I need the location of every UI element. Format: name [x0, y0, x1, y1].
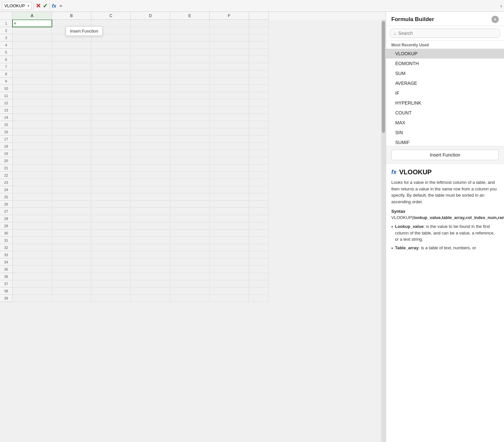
list-item[interactable] [91, 215, 131, 222]
list-item[interactable] [170, 128, 210, 135]
list-item[interactable] [52, 114, 91, 121]
list-item[interactable] [249, 230, 269, 237]
list-item[interactable] [52, 280, 91, 287]
list-item[interactable] [210, 41, 249, 49]
list-item[interactable] [12, 78, 52, 85]
cell-name-box[interactable]: VLOOKUP ▾ [2, 2, 32, 10]
list-item[interactable] [52, 49, 91, 56]
list-item[interactable] [12, 208, 52, 215]
list-item[interactable] [131, 287, 170, 295]
cell-name-dropdown-icon[interactable]: ▾ [28, 4, 29, 8]
list-item[interactable] [91, 99, 131, 107]
list-item[interactable] [131, 172, 170, 179]
list-item[interactable] [91, 128, 131, 135]
list-item[interactable] [91, 201, 131, 208]
list-item[interactable] [210, 63, 249, 70]
list-item[interactable] [131, 34, 170, 41]
spreadsheet-scroll[interactable]: A B C D E F 1=23456789101112131415161718… [0, 12, 386, 442]
list-item[interactable] [249, 244, 269, 251]
list-item[interactable] [170, 186, 210, 193]
list-item[interactable] [131, 85, 170, 92]
list-item[interactable] [131, 179, 170, 186]
list-item[interactable] [249, 164, 269, 172]
list-item[interactable] [91, 237, 131, 244]
list-item[interactable] [91, 222, 131, 230]
list-item[interactable] [91, 70, 131, 78]
list-item[interactable] [210, 135, 249, 143]
list-item[interactable] [12, 63, 52, 70]
function-list-item[interactable]: IF [386, 88, 504, 98]
list-item[interactable] [210, 222, 249, 230]
list-item[interactable] [131, 230, 170, 237]
list-item[interactable] [131, 244, 170, 251]
list-item[interactable] [52, 135, 91, 143]
list-item[interactable] [210, 258, 249, 266]
list-item[interactable] [210, 20, 249, 27]
list-item[interactable] [12, 85, 52, 92]
list-item[interactable] [12, 41, 52, 49]
list-item[interactable] [91, 295, 131, 302]
list-item[interactable] [210, 208, 249, 215]
list-item[interactable] [12, 273, 52, 280]
function-list-item[interactable]: VLOOKUP [386, 49, 504, 59]
list-item[interactable] [170, 201, 210, 208]
list-item[interactable] [170, 85, 210, 92]
list-item[interactable] [91, 49, 131, 56]
list-item[interactable] [91, 121, 131, 128]
list-item[interactable] [249, 92, 269, 99]
list-item[interactable] [12, 230, 52, 237]
list-item[interactable] [249, 85, 269, 92]
list-item[interactable] [91, 280, 131, 287]
formula-builder-search-box[interactable]: ⌕ [390, 29, 500, 38]
list-item[interactable] [210, 121, 249, 128]
list-item[interactable] [210, 157, 249, 164]
list-item[interactable] [12, 258, 52, 266]
list-item[interactable] [170, 193, 210, 201]
list-item[interactable] [12, 266, 52, 273]
list-item[interactable] [52, 150, 91, 157]
list-item[interactable] [170, 92, 210, 99]
list-item[interactable] [12, 99, 52, 107]
list-item[interactable] [170, 78, 210, 85]
list-item[interactable] [249, 280, 269, 287]
list-item[interactable] [170, 237, 210, 244]
list-item[interactable] [52, 193, 91, 201]
list-item[interactable] [170, 121, 210, 128]
list-item[interactable] [170, 143, 210, 150]
list-item[interactable] [131, 215, 170, 222]
list-item[interactable] [131, 114, 170, 121]
list-item[interactable] [91, 258, 131, 266]
list-item[interactable] [12, 186, 52, 193]
list-item[interactable] [170, 56, 210, 63]
list-item[interactable] [131, 157, 170, 164]
list-item[interactable] [12, 128, 52, 135]
list-item[interactable] [131, 186, 170, 193]
list-item[interactable] [131, 49, 170, 56]
list-item[interactable] [249, 266, 269, 273]
list-item[interactable] [12, 251, 52, 258]
list-item[interactable] [249, 78, 269, 85]
list-item[interactable] [210, 273, 249, 280]
list-item[interactable] [210, 244, 249, 251]
list-item[interactable] [170, 251, 210, 258]
col-header-A[interactable]: A [12, 12, 52, 20]
list-item[interactable] [52, 266, 91, 273]
list-item[interactable] [91, 157, 131, 164]
list-item[interactable] [249, 107, 269, 114]
function-list-item[interactable]: COUNT [386, 108, 504, 118]
list-item[interactable] [131, 295, 170, 302]
list-item[interactable] [249, 222, 269, 230]
function-list-item[interactable]: MAX [386, 118, 504, 128]
list-item[interactable] [249, 157, 269, 164]
list-item[interactable] [249, 27, 269, 34]
list-item[interactable] [52, 143, 91, 150]
list-item[interactable] [210, 143, 249, 150]
list-item[interactable] [52, 215, 91, 222]
list-item[interactable] [170, 208, 210, 215]
list-item[interactable] [249, 150, 269, 157]
list-item[interactable] [131, 41, 170, 49]
list-item[interactable] [52, 208, 91, 215]
list-item[interactable] [131, 164, 170, 172]
list-item[interactable] [249, 41, 269, 49]
list-item[interactable] [52, 237, 91, 244]
